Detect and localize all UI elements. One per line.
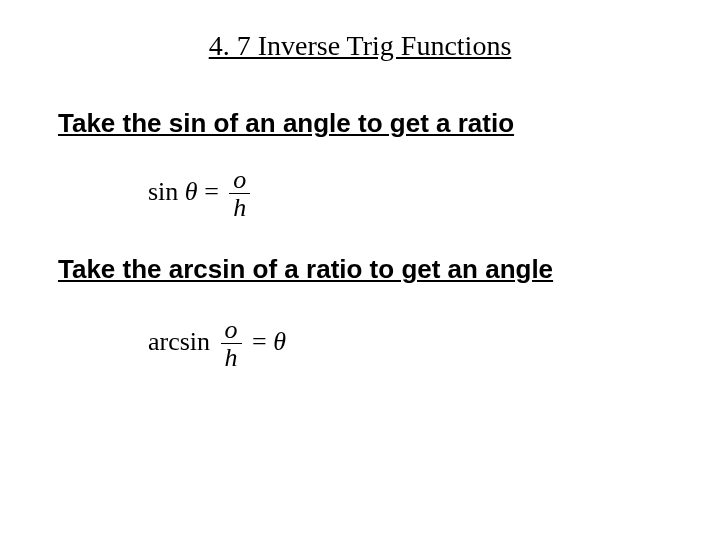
equals-2: = [252, 327, 267, 356]
numer-o-2: o [221, 316, 242, 344]
statement-arcsin: Take the arcsin of a ratio to get an ang… [58, 254, 553, 285]
fn-arcsin: arcsin [148, 327, 210, 356]
denom-h-2: h [221, 344, 242, 371]
fn-sin: sin [148, 177, 178, 206]
fraction-oh: o h [229, 166, 250, 222]
slide: 4. 7 Inverse Trig Functions Take the sin… [0, 0, 720, 540]
numer-o: o [229, 166, 250, 194]
theta-2: θ [273, 327, 286, 356]
theta: θ [185, 177, 198, 206]
statement-sin: Take the sin of an angle to get a ratio [58, 108, 514, 139]
equals: = [204, 177, 219, 206]
equation-arcsin: arcsin o h = θ [148, 316, 286, 372]
slide-title: 4. 7 Inverse Trig Functions [0, 30, 720, 62]
equation-sin: sin θ = o h [148, 166, 254, 222]
fraction-oh-2: o h [221, 316, 242, 372]
denom-h: h [229, 194, 250, 221]
